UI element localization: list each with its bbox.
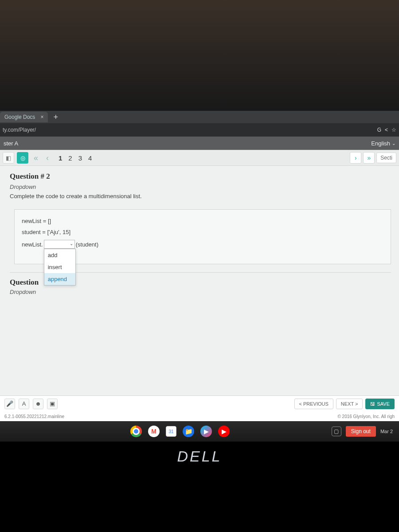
chrome-icon[interactable] — [130, 426, 142, 437]
language-label: English — [371, 140, 390, 147]
action-bar: 🎤 A ☻ ▣ < PREVIOUS NEXT > 🖫 SAVE — [0, 395, 399, 411]
question-prompt: Complete the code to create a multidimen… — [10, 193, 391, 200]
assignment-title: ster A — [4, 140, 18, 147]
tool-icon-1[interactable]: ◧ — [3, 152, 14, 164]
code-line-3: newList. ⌄ add insert append (student) — [22, 240, 383, 249]
question-title: Question # 2 — [10, 172, 391, 181]
google-icon[interactable]: G — [377, 127, 381, 133]
microphone-icon[interactable]: 🎤 — [4, 399, 15, 409]
less-than-icon[interactable]: < — [385, 127, 388, 133]
youtube-icon[interactable]: ▶ — [218, 426, 230, 437]
question-type: Dropdown — [10, 184, 391, 190]
code-line-2: student = ['Aju', 15] — [22, 229, 383, 235]
save-icon: 🖫 — [370, 401, 375, 407]
question-number[interactable]: 4 — [88, 154, 92, 162]
section-button[interactable]: Secti — [376, 153, 396, 163]
code-line-1: newList = [] — [22, 218, 383, 224]
translate-icon[interactable]: A — [19, 399, 29, 409]
dropdown-option-add[interactable]: add — [44, 249, 75, 261]
play-store-icon[interactable]: ▶ — [200, 426, 212, 437]
save-button[interactable]: 🖫 SAVE — [365, 399, 395, 409]
new-tab-button[interactable]: + — [49, 113, 63, 122]
chevron-down-icon: ⌄ — [392, 141, 395, 146]
question-number[interactable]: 2 — [68, 154, 72, 162]
footer-row: 6.2.1-0055.20221212.mainline © 2016 Glyn… — [0, 411, 399, 421]
next-button[interactable]: NEXT > — [336, 399, 363, 409]
app-header-bar: ster A English ⌄ — [0, 137, 399, 150]
method-dropdown[interactable]: ⌄ add insert append — [44, 240, 75, 249]
gmail-icon[interactable]: M — [148, 426, 160, 437]
nav-last-icon[interactable]: » — [363, 152, 375, 164]
nav-prev-icon[interactable]: ‹ — [43, 153, 51, 163]
shelf-date: Mar 2 — [380, 429, 393, 434]
next-question-type: Dropdown — [10, 289, 391, 295]
code-suffix: (student) — [76, 241, 98, 248]
close-tab-icon[interactable]: × — [40, 114, 43, 120]
star-icon[interactable]: ☆ — [391, 127, 396, 133]
code-prefix: newList. — [22, 241, 43, 248]
image-icon[interactable]: ▣ — [47, 399, 58, 409]
code-box: newList = [] student = ['Aju', 15] newLi… — [14, 209, 391, 264]
question-content: Question # 2 Dropdown Complete the code … — [0, 166, 399, 395]
chevron-down-icon: ⌄ — [70, 241, 73, 246]
smiley-icon[interactable]: ☻ — [33, 399, 43, 409]
screen-area: Google Docs × + ty.com/Player/ G < ☆ ste… — [0, 111, 399, 421]
copyright-text: © 2016 Glynlyon, Inc. All righ — [337, 414, 395, 419]
question-number[interactable]: 1 — [59, 154, 62, 162]
question-number[interactable]: 3 — [78, 154, 82, 162]
tray-icon[interactable]: ▢ — [332, 426, 341, 436]
url-text[interactable]: ty.com/Player/ — [3, 127, 36, 133]
language-selector[interactable]: English ⌄ — [371, 140, 395, 147]
os-shelf: M 31 📁 ▶ ▶ ▢ Sign out Mar 2 — [0, 421, 399, 442]
dell-logo: DELL — [0, 448, 399, 465]
tab-title: Google Docs — [4, 114, 35, 120]
question-number-list: 1 2 3 4 — [59, 154, 92, 162]
dropdown-option-insert[interactable]: insert — [44, 261, 75, 273]
browser-tab[interactable]: Google Docs × — [0, 112, 48, 122]
nav-next-icon[interactable]: › — [350, 152, 361, 164]
target-icon[interactable]: ◎ — [17, 152, 28, 164]
version-text: 6.2.1-0055.20221212.mainline — [4, 414, 64, 419]
files-icon[interactable]: 📁 — [183, 426, 194, 437]
save-label: SAVE — [377, 401, 390, 407]
browser-url-bar: ty.com/Player/ G < ☆ — [0, 123, 399, 137]
dropdown-menu: add insert append — [44, 249, 76, 286]
laptop-photo-frame: Google Docs × + ty.com/Player/ G < ☆ ste… — [0, 0, 399, 532]
nav-first-icon[interactable]: « — [31, 153, 41, 163]
sign-out-button[interactable]: Sign out — [346, 426, 376, 437]
browser-tab-strip: Google Docs × + — [0, 111, 399, 123]
previous-button[interactable]: < PREVIOUS — [294, 399, 333, 409]
question-nav-bar: ◧ ◎ « ‹ 1 2 3 4 › » Secti — [0, 150, 399, 166]
dropdown-option-append[interactable]: append — [44, 273, 75, 285]
calendar-icon[interactable]: 31 — [166, 426, 176, 437]
